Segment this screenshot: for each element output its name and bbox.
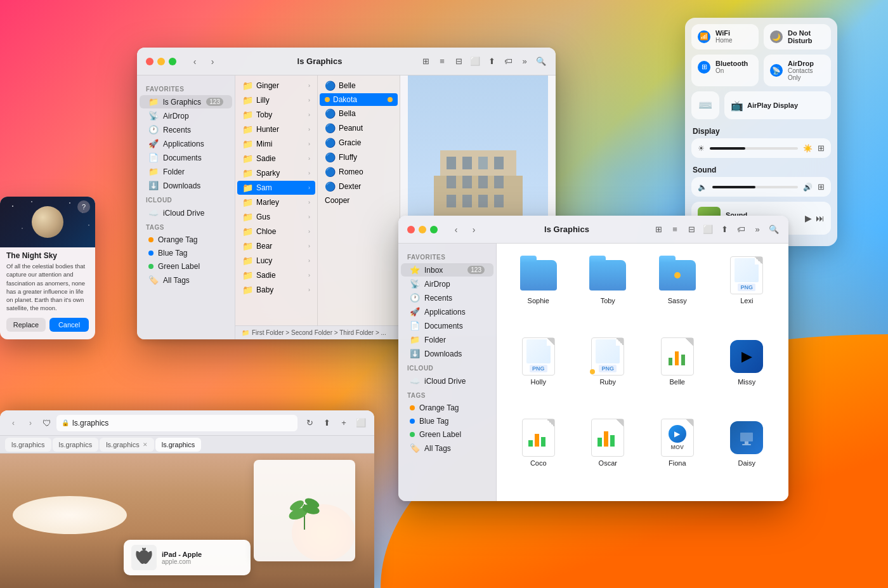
sidebar-icloud-front[interactable]: ☁️ iCloud Drive: [401, 374, 493, 388]
icon-daisy[interactable]: Daisy: [714, 415, 780, 492]
col2-fluffy[interactable]: 🔵Fluffy: [320, 150, 398, 164]
col2-peanut[interactable]: 🔵Peanut: [320, 121, 398, 135]
col1-baby[interactable]: 📁Baby›: [237, 283, 315, 297]
icon-belle[interactable]: Belle: [644, 334, 710, 411]
brightness-slider[interactable]: [710, 147, 798, 150]
search-icon[interactable]: 🔍: [535, 56, 547, 67]
col1-sadie2[interactable]: 📁Sadie›: [237, 268, 315, 282]
col1-sam[interactable]: 📁Sam›: [237, 181, 315, 195]
icon-coco[interactable]: Coco: [506, 415, 571, 492]
icon-holly[interactable]: PNG Holly: [506, 334, 571, 411]
safari-new-tab-button[interactable]: +: [337, 416, 351, 430]
sidebar-blue-tag-front[interactable]: Blue Tag: [401, 415, 493, 428]
icon-toby[interactable]: Toby: [575, 252, 641, 330]
fast-forward-icon[interactable]: ⏭: [816, 213, 825, 223]
sidebar-all-tags-front[interactable]: 🏷️ All Tags: [401, 441, 493, 455]
col1-marley[interactable]: 📁Marley›: [237, 195, 315, 209]
col1-chloe[interactable]: 📁Chloe›: [237, 225, 315, 238]
list-view-icon[interactable]: ≡: [436, 56, 448, 67]
replace-button[interactable]: Replace: [6, 318, 46, 332]
sidebar-item-ls-graphics[interactable]: 📁 ls Graphics 123: [140, 95, 232, 108]
tag-front-icon[interactable]: 🏷: [735, 224, 747, 235]
sidebar-recents-front[interactable]: 🕐 Recents: [401, 291, 493, 304]
gallery-view-front-icon[interactable]: ⬜: [702, 224, 714, 235]
column-view-front-icon[interactable]: ⊟: [686, 224, 697, 235]
col1-hunter[interactable]: 📁Hunter›: [237, 122, 315, 136]
col2-dakota[interactable]: Dakota: [320, 93, 398, 106]
icon-missy[interactable]: ▶ Missy: [714, 334, 780, 411]
safari-tab-3[interactable]: ls.graphics ✕: [100, 438, 154, 452]
search-front-icon[interactable]: 🔍: [768, 224, 780, 235]
sidebar-folder-front[interactable]: 📁 Folder: [401, 333, 493, 346]
icon-ruby[interactable]: PNG Ruby: [575, 334, 641, 411]
zoom-button-back[interactable]: [169, 58, 176, 65]
close-button-back[interactable]: [146, 58, 153, 65]
icon-sophie[interactable]: Sophie: [506, 252, 571, 330]
list-view-front-icon[interactable]: ≡: [669, 224, 681, 235]
sidebar-item-folder-back[interactable]: 📁 Folder: [140, 165, 232, 178]
safari-tab-4[interactable]: ls.graphics: [155, 438, 202, 452]
display-settings-icon[interactable]: ⊞: [818, 143, 825, 153]
safari-url-bar[interactable]: 🔒 ls.graphics: [56, 415, 297, 431]
gallery-view-icon[interactable]: ⬜: [469, 56, 481, 67]
sidebar-tag-green-back[interactable]: Green Label: [140, 260, 232, 273]
sidebar-downloads-front[interactable]: ⬇️ Downloads: [401, 347, 493, 360]
icon-oscar[interactable]: Oscar: [575, 415, 641, 492]
icon-lexi[interactable]: PNG Lexi: [714, 252, 780, 330]
sidebar-orange-tag-front[interactable]: Orange Tag: [401, 402, 493, 414]
safari-reload-button[interactable]: ↻: [303, 416, 317, 430]
sidebar-green-tag-front[interactable]: Green Label: [401, 428, 493, 441]
col1-ginger[interactable]: 📁Ginger›: [237, 79, 315, 93]
grid-view-icon[interactable]: ⊞: [420, 56, 431, 67]
more-front-icon[interactable]: »: [752, 224, 763, 235]
safari-tab-1[interactable]: ls.graphics: [5, 438, 51, 452]
col2-gracie[interactable]: 🔵Gracie: [320, 136, 398, 150]
back-button[interactable]: ‹: [188, 55, 202, 69]
sidebar-documents-front[interactable]: 📄 Documents: [401, 319, 493, 332]
close-button-front[interactable]: [407, 226, 415, 233]
col1-sadie[interactable]: 📁Sadie›: [237, 152, 315, 166]
bluetooth-tile[interactable]: ⊞ Bluetooth On: [691, 55, 759, 86]
safari-forward-button[interactable]: ›: [23, 416, 37, 430]
back-button-front[interactable]: ‹: [449, 223, 463, 237]
col1-bear[interactable]: 📁Bear›: [237, 239, 315, 253]
sidebar-inbox-front[interactable]: ⭐ Inbox 123: [401, 263, 493, 277]
sidebar-item-documents-back[interactable]: 📄 Documents: [140, 151, 232, 164]
airplay-tile[interactable]: 📺 AirPlay Display: [724, 91, 831, 119]
safari-tab-2[interactable]: ls.graphics: [53, 438, 99, 452]
tab-close-3[interactable]: ✕: [143, 441, 148, 448]
keyboard-brightness-tile[interactable]: ⌨️: [691, 91, 719, 119]
sidebar-item-applications-back[interactable]: 🚀 Applications: [140, 137, 232, 150]
col2-romeo[interactable]: 🔵Romeo: [320, 165, 398, 179]
col1-mimi[interactable]: 📁Mimi›: [237, 137, 315, 151]
dnd-tile[interactable]: 🌙 Do Not Disturb: [764, 24, 831, 49]
sidebar-tag-orange-back[interactable]: Orange Tag: [140, 233, 232, 246]
minimize-button-back[interactable]: [157, 58, 165, 65]
sound-settings-icon[interactable]: ⊞: [818, 182, 825, 192]
icon-sassy[interactable]: Sassy: [644, 252, 710, 330]
sidebar-airdrop-front[interactable]: 📡 AirDrop: [401, 277, 493, 291]
col1-toby[interactable]: 📁Toby›: [237, 108, 315, 122]
column-view-icon[interactable]: ⊟: [453, 56, 464, 67]
col1-lilly[interactable]: 📁Lilly›: [237, 93, 315, 107]
share-front-icon[interactable]: ⬆: [719, 224, 730, 235]
icon-fiona[interactable]: ▶ MOV Fiona: [644, 415, 710, 492]
sidebar-applications-front[interactable]: 🚀 Applications: [401, 305, 493, 318]
sidebar-item-downloads-back[interactable]: ⬇️ Downloads: [140, 179, 232, 192]
more-icon[interactable]: »: [519, 56, 530, 67]
sidebar-item-icloud-back[interactable]: ☁️ iCloud Drive: [140, 206, 232, 219]
grid-view-front-icon[interactable]: ⊞: [653, 224, 664, 235]
col2-belle[interactable]: 🔵Belle: [320, 79, 398, 93]
play-icon[interactable]: ▶: [805, 213, 812, 223]
col2-dexter[interactable]: 🔵Dexter: [320, 180, 398, 193]
col1-gus[interactable]: 📁Gus›: [237, 210, 315, 224]
tag-icon[interactable]: 🏷: [502, 56, 514, 67]
volume-slider[interactable]: [712, 186, 798, 188]
col1-lucy[interactable]: 📁Lucy›: [237, 254, 315, 268]
wifi-tile[interactable]: 📶 WiFi Home: [691, 24, 759, 49]
sidebar-tag-blue-back[interactable]: Blue Tag: [140, 247, 232, 259]
airdrop-tile[interactable]: 📡 AirDrop Contacts Only: [764, 55, 831, 86]
sidebar-item-airdrop-back[interactable]: 📡 AirDrop: [140, 109, 232, 122]
share-icon[interactable]: ⬆: [486, 56, 497, 67]
zoom-button-front[interactable]: [430, 226, 438, 233]
